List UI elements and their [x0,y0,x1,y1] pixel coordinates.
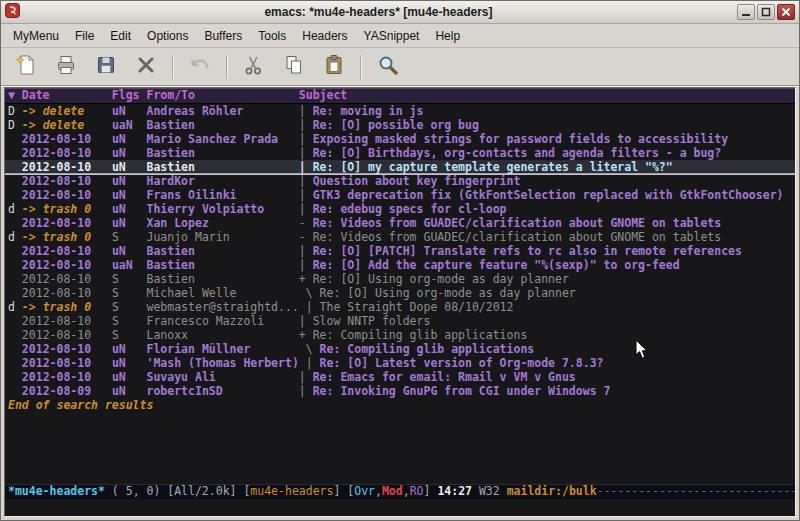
modeline-segment: 14:27 [437,484,472,498]
message-row[interactable]: d -> trash 0 S Juanjo Marin - Re: Videos… [5,230,795,244]
flags-cell: S [112,328,147,342]
date-cell: 2012-08-10 [22,132,112,146]
message-row[interactable]: D -> delete uaN Bastien | Re: [O] possib… [5,118,795,132]
menu-headers[interactable]: Headers [294,25,355,47]
from-cell: Thierry Volpiatto [147,202,299,216]
thread-prefix: | [306,356,320,370]
message-row[interactable]: 2012-08-10 uN Bastien | Re: [O] Birthday… [5,146,795,160]
from-cell: Bastien [147,118,299,132]
search-button[interactable] [371,52,405,82]
mode-line[interactable]: *mu4e-headers* ( 5, 0) [All/2.0k] [mu4e-… [5,484,795,499]
modeline-segment: ] [ [333,484,354,498]
message-row[interactable]: 2012-08-10 uN Bastien | Re: [O] [PATCH] … [5,244,795,258]
undo-icon [188,53,212,81]
menu-tools[interactable]: Tools [250,25,294,47]
subject-cell: Re: Emacs for email: Rmail v VM v Gnus [313,370,576,384]
cut-button[interactable] [237,52,271,82]
title-bar[interactable]: emacs: *mu4e-headers* [mu4e-headers] [1,1,799,24]
message-row[interactable]: 2012-08-10 S Bastien + Re: [O] Using org… [5,272,795,286]
menu-help[interactable]: Help [427,25,468,47]
mark-char [8,384,22,398]
modeline-segment: mu4e-headers [250,484,333,498]
subject-cell: Re: [O] Add the capture feature "%(sexp)… [313,258,680,272]
flags-cell: S [112,230,147,244]
subject-cell: Re: moving in js [313,104,424,118]
undo-button[interactable] [183,52,217,82]
search-icon [376,53,400,81]
copy-icon [282,53,306,81]
from-cell: Bastien [147,146,299,160]
modeline-segment: ( 5, 0) [All/2.0k] [ [105,484,250,498]
date-cell: 2012-08-10 [22,328,112,342]
subject-cell: Re: [O] Using org-mode as day planner [313,272,569,286]
maximize-button[interactable] [757,4,775,20]
close-buffer-button[interactable] [129,52,163,82]
close-button[interactable] [777,4,795,20]
window-controls [737,4,795,20]
paste-icon [322,53,346,81]
thread-prefix: | [299,104,313,118]
message-row[interactable]: 2012-08-10 uaN Bastien | Re: [O] Add the… [5,258,795,272]
toolbar-separator [226,55,228,79]
thread-prefix: | [299,370,313,384]
new-file-button[interactable] [9,52,43,82]
subject-cell: Re: [O] [PATCH] Translate refs to rc als… [313,244,742,258]
subject-cell: Question about key fingerprint [313,174,521,188]
subject-cell: Re: Compiling glib applications [320,342,535,356]
mark-char [8,244,22,258]
message-row[interactable]: 2012-08-09 uN robertcInSD | Re: Invoking… [5,384,795,398]
message-row-current[interactable]: 2012-08-10 uN Bastien | Re: [O] my captu… [5,160,795,174]
subject-cell: Re: [O] possible org bug [313,118,479,132]
echo-area[interactable] [5,499,795,516]
message-row[interactable]: D -> delete uN Andreas Röhler | Re: movi… [5,104,795,118]
date-cell: 2012-08-10 [22,160,112,174]
modeline-segment: , [403,484,410,498]
menu-options[interactable]: Options [139,25,196,47]
menu-bar: MyMenuFileEditOptionsBuffersToolsHeaders… [1,24,799,48]
date-cell: 2012-08-10 [22,356,112,370]
menu-file[interactable]: File [67,25,102,47]
message-row[interactable]: 2012-08-10 uN Suvayu Ali | Re: Emacs for… [5,370,795,384]
message-row[interactable]: 2012-08-10 uN Frans Oilinki | GTK3 depre… [5,188,795,202]
modeline-segment: ----------------------------------------… [597,484,795,498]
menu-mymenu[interactable]: MyMenu [5,25,67,47]
date-cell: 2012-08-10 [22,342,112,356]
flags-cell: uN [112,244,147,258]
message-row[interactable]: 2012-08-10 uN Florian Müllner \ Re: Comp… [5,342,795,356]
paste-button[interactable] [317,52,351,82]
message-row[interactable]: 2012-08-10 uN Mario Sanchez Prada | Expo… [5,132,795,146]
mark-char [8,160,22,174]
date-cell: 2012-08-10 [22,244,112,258]
message-row[interactable]: 2012-08-10 S Francesco Mazzoli | Slow NN… [5,314,795,328]
date-cell: 2012-08-10 [22,286,112,300]
copy-button[interactable] [277,52,311,82]
menu-yasnippet[interactable]: YASnippet [356,25,428,47]
thread-prefix: | [299,160,313,174]
save-button[interactable] [89,52,123,82]
message-row[interactable]: 2012-08-10 uN Xan Lopez - Re: Videos fro… [5,216,795,230]
tool-bar [1,48,799,86]
date-cell: 2012-08-10 [22,188,112,202]
flags-cell: uN [112,216,147,230]
from-cell: Bastien [147,244,299,258]
menu-buffers[interactable]: Buffers [196,25,250,47]
message-row[interactable]: d -> trash 0 uN Thierry Volpiatto | Re: … [5,202,795,216]
print-button[interactable] [49,52,83,82]
thread-prefix: | [299,132,313,146]
mark-char [8,328,22,342]
message-row[interactable]: 2012-08-10 uN HardKor | Question about k… [5,174,795,188]
mark-char [8,188,22,202]
flags-cell: uN [112,160,147,174]
subject-cell: Exposing masked strings for password fie… [313,132,728,146]
header-line[interactable]: ▼ Date Flgs From/To Subject [5,88,795,104]
flags-cell: uN [112,132,147,146]
menu-edit[interactable]: Edit [102,25,139,47]
minimize-button[interactable] [737,4,755,20]
message-row[interactable]: d -> trash 0 S webmaster@straightd... | … [5,300,795,314]
mark-target: -> trash 0 [22,202,112,216]
from-cell: Mario Sanchez Prada [147,132,299,146]
toolbar-separator [360,55,362,79]
message-row[interactable]: 2012-08-10 S Michael Welle \ Re: [O] Usi… [5,286,795,300]
message-row[interactable]: 2012-08-10 S Lanoxx + Re: Compiling glib… [5,328,795,342]
message-row[interactable]: 2012-08-10 uN 'Mash (Thomas Herbert) | R… [5,356,795,370]
